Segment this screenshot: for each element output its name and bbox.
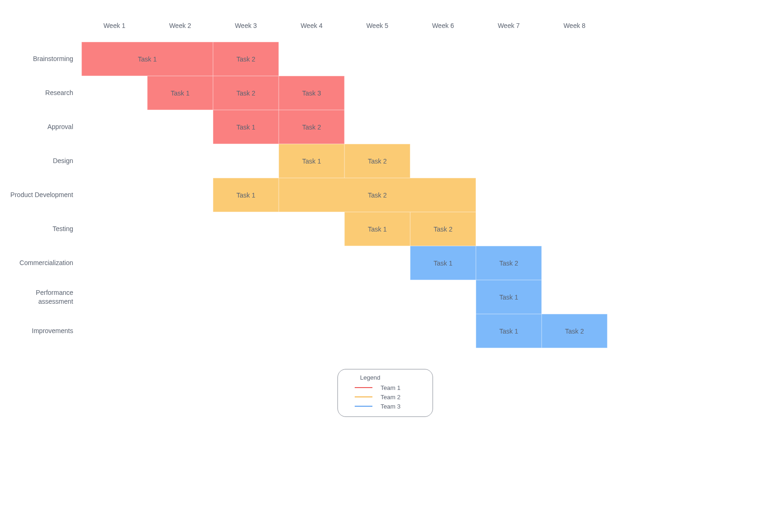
- row-track: Task 1Task 2: [82, 110, 607, 144]
- gantt-bar: Task 2: [213, 42, 279, 76]
- row-label: Brainstorming: [9, 42, 82, 76]
- row-track: Task 1Task 2Task 3: [82, 76, 607, 110]
- gantt-bar: Task 2: [279, 178, 476, 212]
- corner-cell: [9, 9, 82, 42]
- gantt-bar: Task 1: [147, 76, 213, 110]
- row-label: Design: [9, 144, 82, 178]
- row-track: Task 1Task 2: [82, 178, 607, 212]
- row-label: Performance assessment: [9, 280, 82, 314]
- gantt-bar: Task 2: [279, 110, 344, 144]
- legend-item: Team 1: [346, 383, 424, 392]
- gantt-bar: Task 2: [213, 76, 279, 110]
- legend-swatch-icon: [355, 406, 372, 407]
- gantt-bar: Task 2: [542, 314, 607, 348]
- legend: Legend Team 1Team 2Team 3: [337, 369, 433, 417]
- gantt-bar: Task 3: [279, 76, 344, 110]
- column-header: Week 4: [279, 9, 344, 42]
- legend-item: Team 2: [346, 392, 424, 402]
- column-header: Week 6: [410, 9, 476, 42]
- row-track: Task 1Task 2: [82, 212, 607, 246]
- row-label: Research: [9, 76, 82, 110]
- legend-title: Legend: [346, 374, 424, 381]
- row-label: Testing: [9, 212, 82, 246]
- row-track: Task 1Task 2: [82, 144, 607, 178]
- gantt-bar: Task 1: [213, 110, 279, 144]
- column-header: Week 1: [82, 9, 147, 42]
- legend-label: Team 1: [381, 384, 401, 391]
- legend-label: Team 2: [381, 394, 401, 401]
- gantt-chart: Week 1Week 2Week 3Week 4Week 5Week 6Week…: [9, 9, 761, 348]
- row-track: Task 1Task 2: [82, 42, 607, 76]
- legend-swatch-icon: [355, 387, 372, 388]
- gantt-bar: Task 1: [82, 42, 213, 76]
- row-label: Improvements: [9, 314, 82, 348]
- gantt-bar: Task 2: [410, 212, 476, 246]
- gantt-bar: Task 1: [344, 212, 410, 246]
- column-header: Week 8: [542, 9, 607, 42]
- row-track: Task 1Task 2: [82, 246, 607, 280]
- row-label: Approval: [9, 110, 82, 144]
- legend-label: Team 3: [381, 403, 401, 410]
- column-header: Week 5: [344, 9, 410, 42]
- gantt-bar: Task 2: [476, 246, 542, 280]
- legend-swatch-icon: [355, 396, 372, 397]
- column-header: Week 2: [147, 9, 213, 42]
- gantt-bar: Task 1: [476, 280, 542, 314]
- gantt-bar: Task 1: [213, 178, 279, 212]
- legend-item: Team 3: [346, 402, 424, 411]
- row-track: Task 1: [82, 280, 607, 314]
- column-header: Week 7: [476, 9, 542, 42]
- gantt-bar: Task 1: [410, 246, 476, 280]
- row-label: Commercialization: [9, 246, 82, 280]
- row-track: Task 1Task 2: [82, 314, 607, 348]
- gantt-bar: Task 1: [279, 144, 344, 178]
- row-label: Product Development: [9, 178, 82, 212]
- column-header: Week 3: [213, 9, 279, 42]
- gantt-bar: Task 1: [476, 314, 542, 348]
- gantt-bar: Task 2: [344, 144, 410, 178]
